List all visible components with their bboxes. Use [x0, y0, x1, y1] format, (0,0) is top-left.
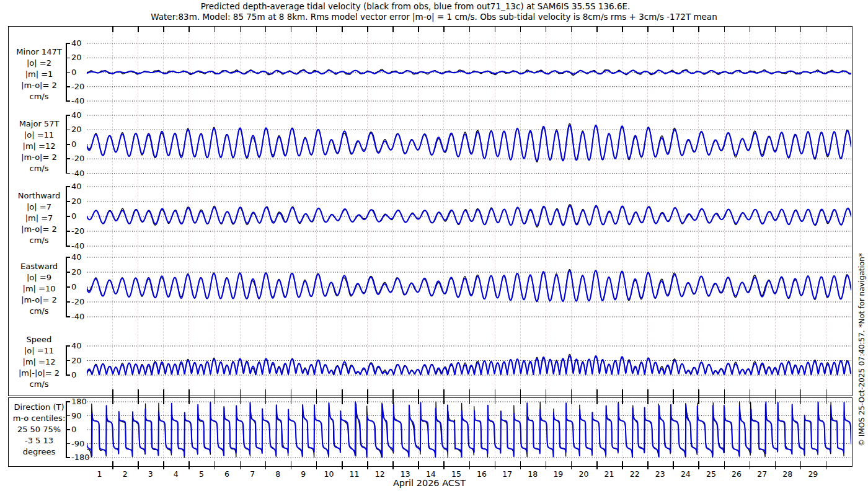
panel-label-line: |m-o|= 2	[6, 294, 72, 306]
panel-label-line: |m-o|= 2	[6, 224, 72, 235]
panel-label-line: |m-o|= 2	[6, 80, 72, 91]
panel-plot-minor	[87, 36, 851, 105]
panel-label-line: -3 5 13	[6, 435, 72, 446]
panel-plot-northward	[87, 180, 851, 251]
panel-label-direction: Direction (T)m-o centiles:25 50 75%-3 5 …	[6, 402, 72, 458]
panel-label-line: Major 57T	[6, 118, 72, 130]
y-tick-label: 0	[71, 425, 76, 434]
panel-label-line: cm/s	[6, 235, 72, 246]
day-tick-mark	[367, 27, 368, 32]
day-label: 10	[324, 469, 334, 479]
day-label: 11	[350, 469, 360, 479]
tidal-velocity-figure: Predicted depth-average tidal velocity (…	[0, 0, 868, 496]
day-label: 13	[401, 469, 410, 479]
y-tick-label: 40	[71, 341, 82, 350]
day-label: 21	[604, 469, 614, 479]
y-tick-label: 0	[71, 211, 76, 221]
panel-label-speed: Speed|o| =11|m| =12|m|-|o|= 2cm/s	[6, 334, 72, 390]
panel-label-line: |o| =11	[6, 345, 72, 356]
y-axis-tick	[66, 374, 70, 376]
panel-label-line: |o| =2	[6, 58, 72, 69]
day-tick-mark	[546, 27, 547, 32]
y-axis-tick	[66, 345, 70, 347]
y-tick-label: -90	[71, 439, 84, 448]
day-tick-mark	[291, 27, 292, 32]
panel-plot-eastward	[87, 251, 851, 322]
day-tick-mark	[342, 27, 343, 32]
day-tick-mark	[418, 27, 419, 32]
day-label: 12	[375, 469, 385, 479]
y-tick-label: 40	[71, 252, 82, 262]
y-axis-tick	[66, 86, 70, 87]
figure-title: Predicted depth-average tidal velocity (…	[0, 1, 831, 11]
day-tick-mark	[775, 27, 776, 32]
panel-label-line: |o| =7	[6, 202, 72, 213]
y-tick-label: 0	[71, 140, 76, 149]
day-tick-mark	[673, 27, 674, 32]
y-tick-label: 40	[71, 110, 82, 120]
y-tick-label: -40	[71, 96, 84, 105]
y-axis-tick	[66, 301, 70, 303]
day-tick-mark	[163, 27, 164, 32]
day-label: 25	[706, 469, 716, 479]
y-axis-tick	[66, 115, 70, 116]
y-tick-label: 20	[71, 53, 82, 62]
y-tick-label: -40	[71, 312, 84, 321]
day-label: 28	[782, 469, 792, 479]
panel-label-line: |m| =7	[6, 213, 72, 224]
panel-label-line: |m| =1	[6, 69, 72, 80]
y-axis-tick	[66, 231, 70, 232]
day-tick-mark	[520, 27, 521, 32]
x-axis-title: April 2026 ACST	[0, 478, 859, 488]
day-label: 26	[732, 469, 742, 479]
y-tick-label: 40	[71, 38, 82, 48]
y-axis-tick	[66, 272, 70, 273]
y-tick-label: -20	[71, 226, 84, 236]
y-tick-label: -20	[71, 82, 84, 91]
panel-label-line: Eastward	[6, 261, 72, 272]
y-axis-tick	[66, 457, 70, 458]
day-label: 15	[451, 469, 461, 479]
y-tick-label: -40	[71, 241, 84, 250]
day-label: 17	[502, 469, 512, 479]
panel-label-line: cm/s	[6, 91, 72, 102]
y-axis-tick	[66, 246, 70, 247]
day-label: 27	[757, 469, 767, 479]
day-label: 29	[808, 469, 818, 479]
day-label: 7	[250, 469, 255, 479]
day-tick-mark	[571, 27, 572, 32]
panel-label-line: m-o centiles:	[6, 413, 72, 424]
y-axis-tick	[66, 201, 70, 202]
panel-label-major: Major 57T|o| =11|m| =12|m-o|= 2cm/s	[6, 118, 72, 174]
y-tick-label: 90	[71, 411, 82, 420]
day-tick-mark	[265, 27, 267, 32]
day-tick-mark	[240, 27, 241, 32]
day-tick-mark	[112, 27, 113, 32]
y-axis-tick	[66, 144, 70, 145]
y-axis-tick	[66, 173, 70, 174]
day-tick-mark	[495, 27, 496, 32]
panel-label-line: |m| =12	[6, 141, 72, 152]
panel-label-northward: Northward|o| =7|m| =7|m-o|= 2cm/s	[6, 190, 72, 246]
day-label: 2	[123, 469, 128, 479]
day-tick-mark	[724, 27, 725, 32]
figure-subtitle: Water:83m. Model: 85 75m at 8 8km. Rms m…	[0, 12, 868, 22]
panel-label-line: cm/s	[6, 379, 72, 390]
panel-plot-major	[87, 108, 851, 179]
day-label: 3	[148, 469, 153, 479]
day-label: 24	[681, 469, 691, 479]
y-tick-label: 0	[71, 282, 76, 291]
day-label: 8	[275, 469, 280, 479]
panel-label-line: |o| =9	[6, 272, 72, 283]
day-label: 1	[97, 469, 102, 479]
day-label: 18	[528, 469, 538, 479]
y-tick-label: 20	[71, 267, 82, 277]
day-tick-mark	[188, 27, 190, 32]
y-axis-tick	[66, 429, 70, 430]
panel-plot-direction	[87, 399, 851, 464]
y-axis-tick	[66, 216, 70, 217]
y-tick-label: 0	[71, 370, 76, 379]
panel-label-line: |m-o|= 2	[6, 152, 72, 163]
day-tick-mark	[622, 27, 623, 32]
day-tick-mark	[826, 27, 827, 32]
